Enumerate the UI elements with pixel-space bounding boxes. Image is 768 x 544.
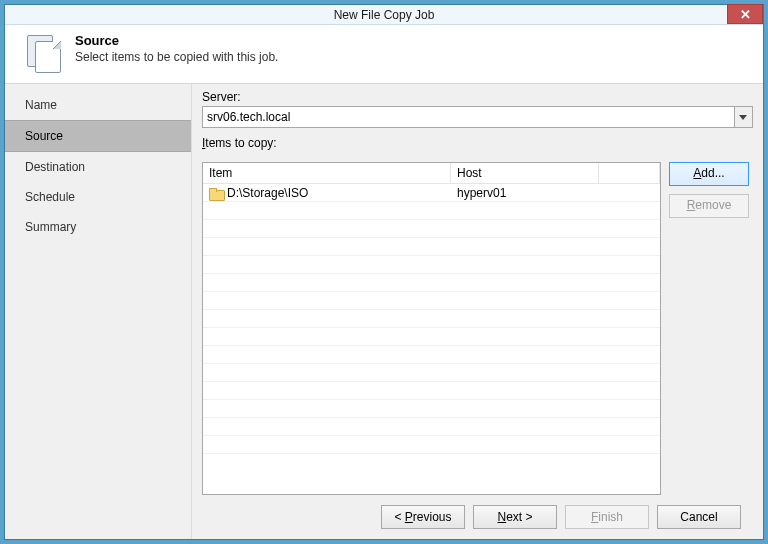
table-body[interactable]: D:\Storage\ISO hyperv01	[203, 184, 660, 494]
remove-button[interactable]: Remove	[669, 194, 749, 218]
previous-button[interactable]: < Previous	[381, 505, 465, 529]
window-title: New File Copy Job	[334, 8, 435, 22]
wizard-content: Server: srv06.tech.local Items to copy: …	[191, 84, 763, 539]
cell-host: hyperv01	[451, 186, 599, 200]
wizard-header: Source Select items to be copied with th…	[5, 25, 763, 83]
wizard-body: Name Source Destination Schedule Summary…	[5, 83, 763, 539]
finish-button: Finish	[565, 505, 649, 529]
wizard-window: New File Copy Job ✕ Source Select items …	[4, 4, 764, 540]
header-text: Source Select items to be copied with th…	[75, 33, 278, 73]
items-label: Items to copy:	[202, 136, 753, 150]
col-item[interactable]: Item	[203, 163, 451, 183]
table-header: Item Host	[203, 163, 660, 184]
step-title: Source	[75, 33, 278, 48]
sidebar-item-schedule[interactable]: Schedule	[5, 182, 191, 212]
table-row[interactable]: D:\Storage\ISO hyperv01	[203, 184, 660, 202]
cancel-button[interactable]: Cancel	[657, 505, 741, 529]
server-combobox[interactable]: srv06.tech.local	[202, 106, 753, 128]
table-side-buttons: Add... Remove	[669, 162, 753, 495]
items-area: Item Host D:\Storage\ISO hyperv01	[202, 162, 753, 495]
server-value[interactable]: srv06.tech.local	[202, 106, 735, 128]
server-label: Server:	[202, 90, 753, 104]
next-button[interactable]: Next >	[473, 505, 557, 529]
col-spacer	[599, 163, 660, 183]
sidebar-item-name[interactable]: Name	[5, 90, 191, 120]
sidebar-item-source[interactable]: Source	[5, 120, 191, 152]
chevron-down-icon[interactable]	[735, 106, 753, 128]
folder-icon	[209, 188, 223, 199]
items-table: Item Host D:\Storage\ISO hyperv01	[202, 162, 661, 495]
close-button[interactable]: ✕	[727, 4, 763, 24]
wizard-footer: < Previous Next > Finish Cancel	[202, 495, 753, 539]
sidebar-item-destination[interactable]: Destination	[5, 152, 191, 182]
sidebar-item-summary[interactable]: Summary	[5, 212, 191, 242]
add-button[interactable]: Add...	[669, 162, 749, 186]
cell-item: D:\Storage\ISO	[203, 186, 451, 200]
titlebar: New File Copy Job ✕	[5, 5, 763, 25]
step-subtitle: Select items to be copied with this job.	[75, 50, 278, 64]
col-host[interactable]: Host	[451, 163, 599, 183]
copy-job-icon	[23, 33, 63, 73]
wizard-sidebar: Name Source Destination Schedule Summary	[5, 84, 191, 539]
